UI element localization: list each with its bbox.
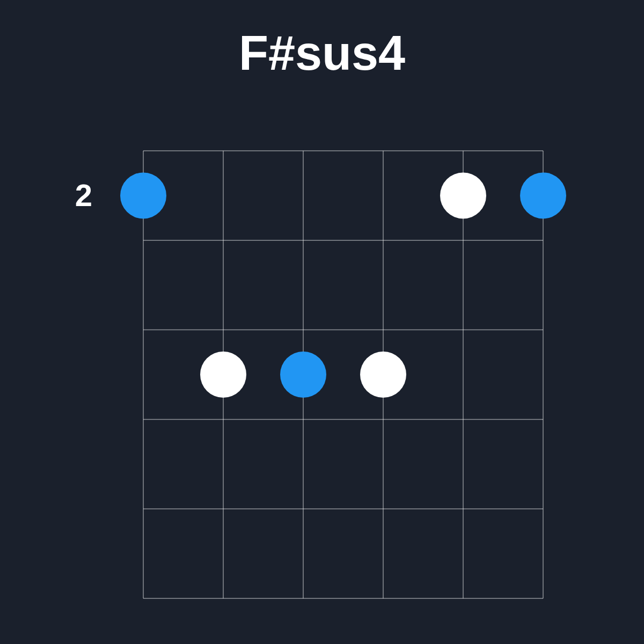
chord-diagram: 2: [0, 0, 644, 644]
root-note-dot: [280, 352, 326, 398]
note-dot: [360, 352, 406, 398]
starting-fret-label: 2: [75, 178, 92, 213]
note-dot: [440, 172, 486, 218]
note-dot: [200, 352, 246, 398]
finger-positions: [120, 172, 566, 398]
root-note-dot: [520, 172, 566, 218]
root-note-dot: [120, 172, 166, 218]
